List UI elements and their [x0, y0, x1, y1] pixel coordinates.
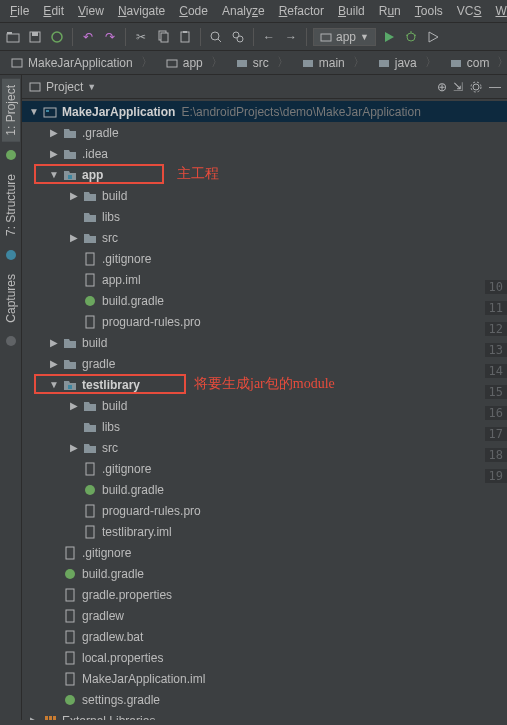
tree-item[interactable]: .gitignore [22, 248, 507, 269]
tree-item[interactable]: proguard-rules.pro [22, 500, 507, 521]
menu-analyze[interactable]: Analyze [216, 2, 271, 20]
tree-item-testlibrary[interactable]: ▼ testlibrary [22, 374, 507, 395]
tree-item-app[interactable]: ▼ app [22, 164, 507, 185]
menu-file[interactable]: File [4, 2, 35, 20]
menu-window[interactable]: Wi [489, 2, 507, 20]
crumb-src[interactable]: src [229, 52, 295, 73]
expand-icon[interactable]: ▶ [46, 148, 62, 159]
tree-item[interactable]: ▶gradle [22, 353, 507, 374]
run-config-selector[interactable]: app ▼ [313, 28, 376, 46]
gutter-dot-grey[interactable] [6, 336, 16, 346]
tab-captures[interactable]: Captures [2, 268, 20, 329]
menu-vcs[interactable]: VCS [451, 2, 488, 20]
expand-icon[interactable]: ▼ [46, 379, 62, 390]
tree-item[interactable]: MakeJarApplication.iml [22, 668, 507, 689]
forward-icon[interactable]: → [282, 28, 300, 46]
expand-icon[interactable]: ▼ [26, 106, 42, 117]
tree-item[interactable]: gradlew [22, 605, 507, 626]
tree-item[interactable]: settings.gradle [22, 689, 507, 710]
tree-item[interactable]: ▶src [22, 227, 507, 248]
crumb-main[interactable]: main [295, 52, 371, 73]
hide-icon[interactable]: — [489, 80, 501, 94]
expand-icon[interactable]: ▶ [46, 358, 62, 369]
menu-build[interactable]: Build [332, 2, 371, 20]
menu-view[interactable]: View [72, 2, 110, 20]
tree-item[interactable]: build.gradle [22, 290, 507, 311]
folder-icon [82, 230, 98, 246]
expand-icon[interactable]: ▶ [66, 232, 82, 243]
svg-rect-3 [32, 32, 38, 36]
tree-item[interactable]: libs [22, 416, 507, 437]
debug-icon[interactable] [402, 28, 420, 46]
tree-item[interactable]: gradle.properties [22, 584, 507, 605]
collapse-all-icon[interactable]: ⇲ [453, 80, 463, 94]
menu-run[interactable]: Run [373, 2, 407, 20]
tree-item[interactable]: proguard-rules.pro [22, 311, 507, 332]
gutter-dot-blue[interactable] [6, 250, 16, 260]
svg-rect-1 [7, 32, 12, 34]
tree-item[interactable]: ▶build [22, 332, 507, 353]
gear-icon[interactable] [469, 80, 483, 94]
tree-item[interactable]: testlibrary.iml [22, 521, 507, 542]
file-icon [62, 587, 78, 603]
menu-tools[interactable]: Tools [409, 2, 449, 20]
tree-root[interactable]: ▼ MakeJarApplication E:\androidProjects\… [22, 101, 507, 122]
tree-item[interactable]: ▶build [22, 185, 507, 206]
tab-project[interactable]: 1: Project [2, 79, 20, 142]
expand-icon[interactable]: ▶ [46, 127, 62, 138]
line-number: 14 [485, 364, 507, 378]
tree-item[interactable]: build.gradle [22, 479, 507, 500]
undo-icon[interactable]: ↶ [79, 28, 97, 46]
run-icon[interactable] [380, 28, 398, 46]
cut-icon[interactable]: ✂ [132, 28, 150, 46]
tree-item[interactable]: ▶build [22, 395, 507, 416]
tab-structure[interactable]: 7: Structure [2, 168, 20, 242]
svg-rect-8 [183, 31, 187, 33]
tree-item[interactable]: ▶ .idea [22, 143, 507, 164]
crumb-label: app [183, 56, 203, 70]
menu-code[interactable]: Code [173, 2, 214, 20]
tree-item[interactable]: .gitignore [22, 458, 507, 479]
expand-icon[interactable]: ▶ [26, 715, 42, 720]
redo-icon[interactable]: ↷ [101, 28, 119, 46]
scroll-from-source-icon[interactable]: ⊕ [437, 80, 447, 94]
crumb-com[interactable]: com [443, 52, 507, 73]
find-icon[interactable] [207, 28, 225, 46]
tree-item[interactable]: ▶ .gradle [22, 122, 507, 143]
expand-icon[interactable]: ▶ [46, 337, 62, 348]
project-tree[interactable]: ▼ MakeJarApplication E:\androidProjects\… [22, 99, 507, 720]
gutter-dot-green[interactable] [6, 150, 16, 160]
paste-icon[interactable] [176, 28, 194, 46]
panel-title: Project [46, 80, 83, 94]
menu-navigate[interactable]: Navigate [112, 2, 171, 20]
sync-icon[interactable] [48, 28, 66, 46]
menu-refactor[interactable]: Refactor [273, 2, 330, 20]
tree-item[interactable]: gradlew.bat [22, 626, 507, 647]
copy-icon[interactable] [154, 28, 172, 46]
back-icon[interactable]: ← [260, 28, 278, 46]
svg-rect-0 [7, 34, 19, 42]
crumb-java[interactable]: java [371, 52, 443, 73]
chevron-down-icon[interactable]: ▼ [87, 82, 96, 92]
tree-item[interactable]: app.iml [22, 269, 507, 290]
tree-item[interactable]: ▶src [22, 437, 507, 458]
expand-icon[interactable]: ▶ [66, 190, 82, 201]
expand-icon[interactable]: ▼ [46, 169, 62, 180]
tree-item[interactable]: build.gradle [22, 563, 507, 584]
tree-item[interactable]: local.properties [22, 647, 507, 668]
save-icon[interactable] [26, 28, 44, 46]
tree-item[interactable]: libs [22, 206, 507, 227]
expand-icon[interactable]: ▶ [66, 442, 82, 453]
file-icon [62, 545, 78, 561]
attach-icon[interactable] [424, 28, 442, 46]
menu-edit[interactable]: Edit [37, 2, 70, 20]
crumb-label: com [467, 56, 490, 70]
tree-item[interactable]: .gitignore [22, 542, 507, 563]
replace-icon[interactable] [229, 28, 247, 46]
expand-icon[interactable]: ▶ [66, 400, 82, 411]
open-icon[interactable] [4, 28, 22, 46]
gradle-icon [82, 293, 98, 309]
crumb-root[interactable]: MakeJarApplication [4, 52, 159, 73]
crumb-app[interactable]: app [159, 52, 229, 73]
tree-item-external[interactable]: ▶External Libraries [22, 710, 507, 720]
